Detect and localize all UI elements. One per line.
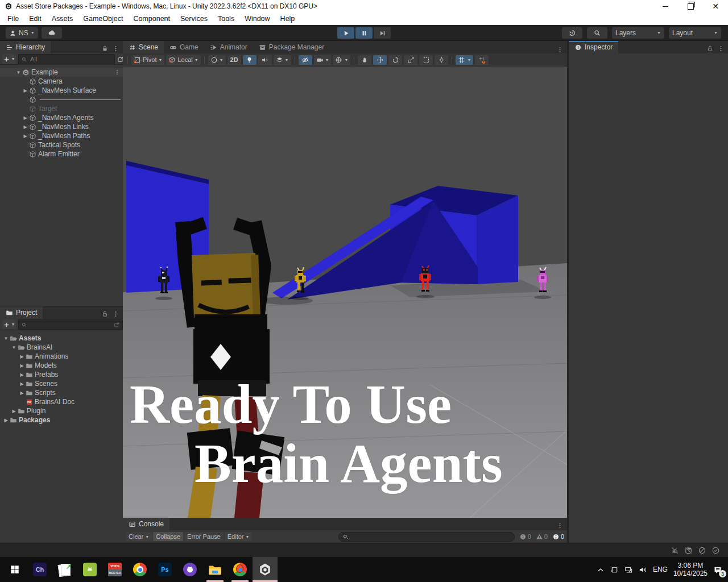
network-icon[interactable] [624,564,633,575]
layout-dropdown[interactable]: Layout▼ [669,27,721,39]
transform-tool[interactable] [435,55,448,65]
grid-visibility-dropdown[interactable]: ▼ [456,55,473,65]
taskbar-app-character-animator[interactable]: Ch [27,557,52,582]
tab-console[interactable]: Console [123,518,169,530]
create-asset-button[interactable]: ▼ [2,319,16,329]
project-row[interactable]: ▼BrainsAI [0,343,123,352]
taskbar-app-unity[interactable] [253,557,278,582]
open-new-window-icon[interactable] [114,319,120,330]
expander-arrow-icon[interactable]: ▶ [18,354,26,359]
camera-settings-dropdown[interactable]: ▼ [314,55,332,65]
tab-hierarchy[interactable]: Hierarchy [0,41,51,53]
restore-button[interactable] [678,0,703,13]
project-row[interactable]: ▼Assets [0,334,123,343]
taskbar-app-chrome[interactable] [127,557,152,582]
tab-package-manager[interactable]: Package Manager [253,41,330,53]
debugger-off-icon[interactable] [671,545,679,555]
2d-toggle[interactable]: 2D [228,55,241,65]
hierarchy-row[interactable]: ▶_NavMesh Surface [0,86,123,95]
tab-game[interactable]: Game [164,41,204,53]
kebab-menu-icon[interactable] [112,43,119,53]
console-error-count[interactable]: 0 [552,533,564,541]
taskbar-app-github[interactable] [177,557,202,582]
hierarchy-row[interactable]: Tactical Spots [0,140,123,149]
project-row[interactable]: PDFBrainsAI Doc [0,397,123,406]
unlock-icon[interactable] [101,309,109,319]
expander-arrow-icon[interactable]: ▶ [2,418,10,423]
step-button[interactable] [374,27,391,39]
console-error-pause-toggle[interactable]: Error Pause [184,532,224,541]
play-button[interactable] [337,27,354,39]
notification-center-button[interactable]: 3 [713,564,722,575]
kebab-icon[interactable] [556,46,564,53]
pause-button[interactable] [355,27,373,39]
tab-project[interactable]: Project [0,306,43,319]
menu-window[interactable]: Window [239,13,275,25]
expander-arrow-icon[interactable]: ▼ [2,336,10,341]
lighting-toggle[interactable] [243,55,257,65]
snap-settings-button[interactable] [475,55,489,65]
tab-animator[interactable]: Animator [204,41,253,53]
kebab-menu-icon[interactable] [556,520,564,530]
console-search[interactable] [338,532,515,542]
expander-arrow-icon[interactable]: ▶ [18,390,26,396]
menu-tools[interactable]: Tools [213,13,239,25]
rect-tool[interactable] [419,55,433,65]
scene-viewport[interactable]: Ready To Use Brain Agents [123,66,567,518]
project-search-input[interactable] [29,321,112,329]
menu-assets[interactable]: Assets [47,13,78,25]
effects-dropdown[interactable]: ▼ [274,55,291,65]
console-clear-button[interactable]: Clear▼ [126,532,152,541]
scale-tool[interactable] [404,55,417,65]
taskbar-app-file-explorer[interactable] [202,557,228,582]
project-row[interactable]: ▶Models [0,361,123,370]
menu-gameobject[interactable]: GameObject [78,13,128,25]
expander-arrow-icon[interactable]: ▼ [10,345,18,350]
console-warning-count[interactable]: 0 [536,533,548,541]
hand-tool[interactable] [358,55,371,65]
console-search-input[interactable] [351,533,511,541]
tab-scene[interactable]: Scene [123,41,164,53]
hidden-objects-toggle[interactable] [299,55,312,65]
lock-icon[interactable] [101,43,109,53]
expander-arrow-icon[interactable]: ▶ [22,88,29,93]
hierarchy-row[interactable]: Camera [0,77,123,86]
move-tool[interactable] [373,55,387,65]
pivot-mode-dropdown[interactable]: Pivot▼ [131,55,164,65]
project-search[interactable] [18,319,123,330]
expander-arrow-icon[interactable]: ▶ [18,363,26,368]
hierarchy-row[interactable]: Target [0,104,123,113]
hierarchy-row[interactable]: ▶_NavMesh Paths [0,131,123,140]
taskbar-app-voicemeeter[interactable]: VOICEMEETER [102,557,127,582]
kebab-menu-icon[interactable] [717,43,725,53]
collab-off-icon[interactable] [698,545,706,555]
project-row[interactable]: ▶Scripts [0,388,123,397]
project-row[interactable]: ▶Packages [0,415,123,425]
undo-history-button[interactable] [562,27,582,39]
cloud-button[interactable] [42,27,62,39]
kebab-menu-icon[interactable] [112,309,119,319]
progress-idle-icon[interactable] [712,545,720,555]
expander-arrow-icon[interactable]: ▶ [22,134,29,139]
account-button[interactable]: NS▼ [6,27,38,39]
search-button[interactable] [587,27,607,39]
hierarchy-row[interactable]: Alarm Emitter [0,149,123,159]
menu-file[interactable]: File [2,13,24,25]
taskbar-app-photoshop[interactable]: Ps [152,557,177,582]
volume-icon[interactable] [639,564,647,575]
menu-services[interactable]: Services [175,13,213,25]
hierarchy-search-input[interactable] [29,55,112,63]
expander-arrow-icon[interactable]: ▶ [22,115,29,120]
menu-help[interactable]: Help [275,13,300,25]
taskbar-app-start[interactable] [2,557,27,582]
hierarchy-scene-row[interactable]: ▼Example [0,68,123,77]
unlock-icon[interactable] [706,43,714,53]
hierarchy-row[interactable]: ▶_NavMesh Links [0,122,123,131]
console-editor-dropdown[interactable]: Editor▼ [225,532,253,541]
console-info-count[interactable]: 0 [519,533,531,541]
project-row[interactable]: ▶Scenes [0,379,123,388]
cache-server-off-icon[interactable] [684,545,693,555]
layers-dropdown[interactable]: Layers▼ [612,27,664,39]
project-row[interactable]: ▶Prefabs [0,370,123,379]
shading-mode-dropdown[interactable]: ▼ [208,55,226,65]
